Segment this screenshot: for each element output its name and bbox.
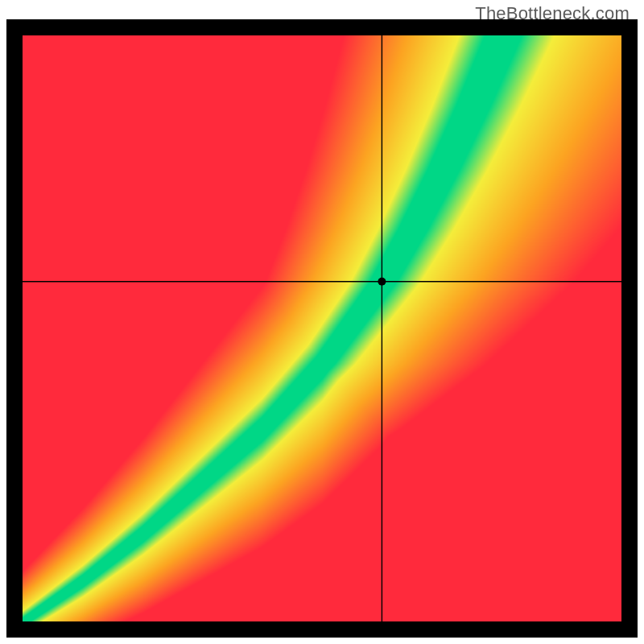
bottleneck-heatmap (6, 19, 638, 638)
watermark-text: TheBottleneck.com (475, 3, 630, 24)
